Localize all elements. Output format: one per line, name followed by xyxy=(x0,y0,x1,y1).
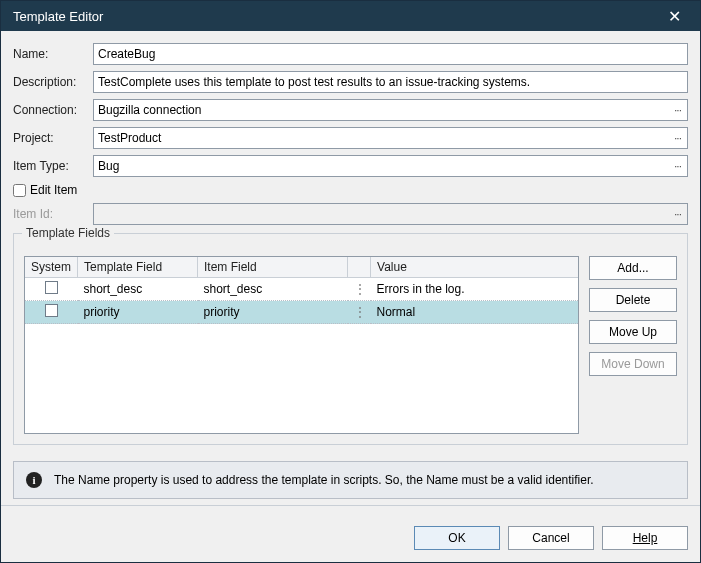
footer: OK Cancel Help xyxy=(1,514,700,562)
name-label: Name: xyxy=(13,47,93,61)
col-template-field[interactable]: Template Field xyxy=(78,257,198,278)
edit-item-checkbox[interactable] xyxy=(13,184,26,197)
window-title: Template Editor xyxy=(13,9,656,24)
col-value[interactable]: Value xyxy=(371,257,578,278)
system-checkbox[interactable] xyxy=(45,281,58,294)
project-field[interactable]: TestProduct ··· xyxy=(93,127,688,149)
table-row[interactable]: priority priority ⋮ Normal xyxy=(25,301,578,324)
ellipsis-icon: ··· xyxy=(672,207,683,221)
grid-buttons: Add... Delete Move Up Move Down xyxy=(589,256,677,434)
group-title: Template Fields xyxy=(22,226,114,240)
add-button[interactable]: Add... xyxy=(589,256,677,280)
cell-value: Normal xyxy=(371,301,578,324)
connection-label: Connection: xyxy=(13,103,93,117)
move-down-button: Move Down xyxy=(589,352,677,376)
ellipsis-icon[interactable]: ··· xyxy=(672,131,683,145)
item-type-field[interactable]: Bug ··· xyxy=(93,155,688,177)
system-checkbox[interactable] xyxy=(45,304,58,317)
connection-value: Bugzilla connection xyxy=(98,103,201,117)
ellipsis-icon[interactable]: ··· xyxy=(672,159,683,173)
delete-button[interactable]: Delete xyxy=(589,288,677,312)
cancel-button[interactable]: Cancel xyxy=(508,526,594,550)
ellipsis-icon[interactable]: ⋮ xyxy=(348,278,371,301)
ellipsis-icon[interactable]: ··· xyxy=(672,103,683,117)
info-text: The Name property is used to address the… xyxy=(54,473,594,487)
item-id-label: Item Id: xyxy=(13,207,93,221)
item-id-field: ··· xyxy=(93,203,688,225)
cell-template-field: priority xyxy=(78,301,198,324)
titlebar: Template Editor ✕ xyxy=(1,1,700,31)
item-type-value: Bug xyxy=(98,159,119,173)
col-system[interactable]: System xyxy=(25,257,78,278)
cell-template-field: short_desc xyxy=(78,278,198,301)
name-field[interactable]: CreateBug xyxy=(93,43,688,65)
cell-item-field: priority xyxy=(198,301,348,324)
move-up-button[interactable]: Move Up xyxy=(589,320,677,344)
cell-value: Errors in the log. xyxy=(371,278,578,301)
close-icon[interactable]: ✕ xyxy=(656,1,692,31)
name-value: CreateBug xyxy=(98,47,155,61)
connection-field[interactable]: Bugzilla connection ··· xyxy=(93,99,688,121)
description-field[interactable]: TestComplete uses this template to post … xyxy=(93,71,688,93)
separator xyxy=(1,505,700,506)
project-value: TestProduct xyxy=(98,131,161,145)
help-button[interactable]: Help xyxy=(602,526,688,550)
ellipsis-icon[interactable]: ⋮ xyxy=(348,301,371,324)
content-area: Name: CreateBug Description: TestComplet… xyxy=(1,31,700,514)
description-value: TestComplete uses this template to post … xyxy=(98,75,530,89)
cell-item-field: short_desc xyxy=(198,278,348,301)
col-item-field[interactable]: Item Field xyxy=(198,257,348,278)
fields-grid[interactable]: System Template Field Item Field Value s… xyxy=(24,256,579,434)
table-row[interactable]: short_desc short_desc ⋮ Errors in the lo… xyxy=(25,278,578,301)
col-item-dots xyxy=(348,257,371,278)
info-bar: i The Name property is used to address t… xyxy=(13,461,688,499)
project-label: Project: xyxy=(13,131,93,145)
ok-button[interactable]: OK xyxy=(414,526,500,550)
info-icon: i xyxy=(26,472,42,488)
item-type-label: Item Type: xyxy=(13,159,93,173)
template-fields-group: Template Fields System Template Field It… xyxy=(13,233,688,445)
description-label: Description: xyxy=(13,75,93,89)
edit-item-label: Edit Item xyxy=(30,183,77,197)
